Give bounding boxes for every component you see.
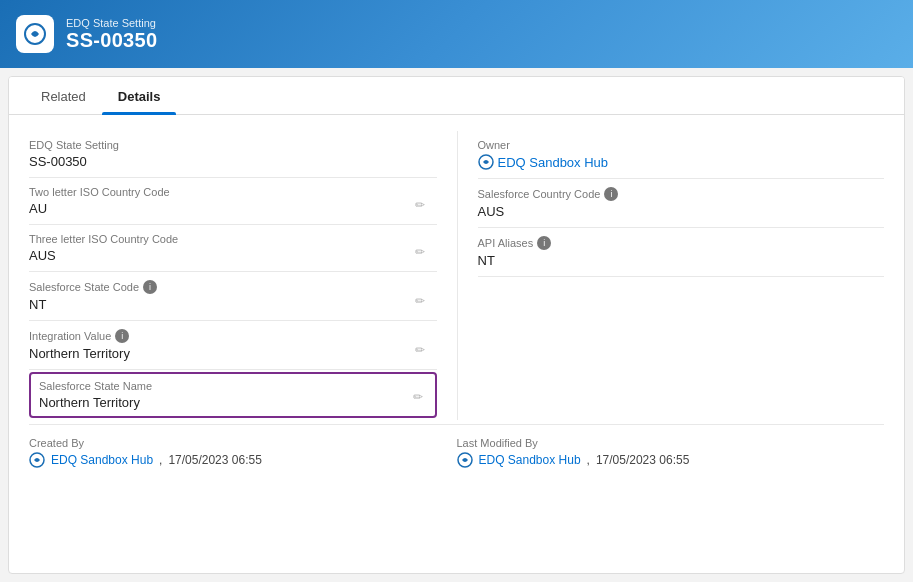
- label-api-aliases: API Aliases i: [478, 236, 845, 250]
- app-header: EDQ State Setting SS-00350: [0, 0, 913, 68]
- app-icon-container: [16, 15, 54, 53]
- label-salesforce-country-code: Salesforce Country Code i: [478, 187, 845, 201]
- app-subtitle: EDQ State Setting: [66, 17, 157, 29]
- tab-related[interactable]: Related: [25, 77, 102, 114]
- field-api-aliases: API Aliases i NT: [478, 228, 885, 277]
- label-edq-state-setting: EDQ State Setting: [29, 139, 397, 151]
- field-two-letter-iso: Two letter ISO Country Code AU ✏: [29, 178, 437, 225]
- created-by-value: EDQ Sandbox Hub , 17/05/2023 06:55: [29, 452, 457, 468]
- field-three-letter-iso: Three letter ISO Country Code AUS ✏: [29, 225, 437, 272]
- info-integration-value-icon[interactable]: i: [115, 329, 129, 343]
- modified-by-label: Last Modified By: [457, 437, 885, 449]
- value-salesforce-state-code: NT: [29, 297, 397, 312]
- modified-by-field: Last Modified By EDQ Sandbox Hub , 17/05…: [457, 437, 885, 468]
- field-integration-value: Integration Value i Northern Territory ✏: [29, 321, 437, 370]
- field-salesforce-state-name: Salesforce State Name Northern Territory…: [29, 372, 437, 418]
- field-owner: Owner EDQ Sandbox Hub: [478, 131, 885, 179]
- edit-integration-value-icon[interactable]: ✏: [415, 343, 425, 357]
- created-by-icon: [29, 452, 45, 468]
- value-edq-state-setting: SS-00350: [29, 154, 397, 169]
- tabs-bar: Related Details: [9, 77, 904, 115]
- value-owner: EDQ Sandbox Hub: [478, 154, 845, 170]
- app-title: SS-00350: [66, 29, 157, 52]
- modified-by-icon: [457, 452, 473, 468]
- label-salesforce-state-code: Salesforce State Code i: [29, 280, 397, 294]
- field-edq-state-setting: EDQ State Setting SS-00350: [29, 131, 437, 178]
- app-title-block: EDQ State Setting SS-00350: [66, 17, 157, 52]
- value-integration-value: Northern Territory: [29, 346, 397, 361]
- modified-by-value: EDQ Sandbox Hub , 17/05/2023 06:55: [457, 452, 885, 468]
- label-two-letter-iso: Two letter ISO Country Code: [29, 186, 397, 198]
- content-card: Related Details EDQ State Setting SS-003…: [8, 76, 905, 574]
- value-api-aliases: NT: [478, 253, 845, 268]
- owner-icon: [478, 154, 494, 170]
- label-salesforce-state-name: Salesforce State Name: [39, 380, 395, 392]
- label-integration-value: Integration Value i: [29, 329, 397, 343]
- edit-salesforce-state-code-icon[interactable]: ✏: [415, 294, 425, 308]
- right-column: Owner EDQ Sandbox Hub: [457, 131, 885, 420]
- fields-grid: EDQ State Setting SS-00350 Two letter IS…: [29, 131, 884, 420]
- value-two-letter-iso: AU: [29, 201, 397, 216]
- info-salesforce-state-code-icon[interactable]: i: [143, 280, 157, 294]
- created-by-label: Created By: [29, 437, 457, 449]
- value-salesforce-state-name: Northern Territory: [39, 395, 395, 410]
- edit-two-letter-iso-icon[interactable]: ✏: [415, 198, 425, 212]
- tab-details[interactable]: Details: [102, 77, 177, 114]
- field-salesforce-state-code: Salesforce State Code i NT ✏: [29, 272, 437, 321]
- details-body: EDQ State Setting SS-00350 Two letter IS…: [9, 115, 904, 573]
- field-salesforce-country-code: Salesforce Country Code i AUS: [478, 179, 885, 228]
- label-owner: Owner: [478, 139, 845, 151]
- created-by-field: Created By EDQ Sandbox Hub , 17/05/2023 …: [29, 437, 457, 468]
- modified-by-user-link[interactable]: EDQ Sandbox Hub: [479, 453, 581, 467]
- modified-date: 17/05/2023 06:55: [596, 453, 689, 467]
- info-api-aliases-icon[interactable]: i: [537, 236, 551, 250]
- created-by-user-link[interactable]: EDQ Sandbox Hub: [51, 453, 153, 467]
- left-column: EDQ State Setting SS-00350 Two letter IS…: [29, 131, 457, 420]
- info-salesforce-country-code-icon[interactable]: i: [604, 187, 618, 201]
- footer-row: Created By EDQ Sandbox Hub , 17/05/2023 …: [29, 424, 884, 472]
- created-date: 17/05/2023 06:55: [168, 453, 261, 467]
- modified-by-separator: ,: [587, 453, 590, 467]
- created-by-separator: ,: [159, 453, 162, 467]
- edit-salesforce-state-name-icon[interactable]: ✏: [413, 390, 423, 404]
- value-salesforce-country-code: AUS: [478, 204, 845, 219]
- edit-three-letter-iso-icon[interactable]: ✏: [415, 245, 425, 259]
- owner-link[interactable]: EDQ Sandbox Hub: [478, 154, 845, 170]
- edq-icon: [23, 22, 47, 46]
- label-three-letter-iso: Three letter ISO Country Code: [29, 233, 397, 245]
- value-three-letter-iso: AUS: [29, 248, 397, 263]
